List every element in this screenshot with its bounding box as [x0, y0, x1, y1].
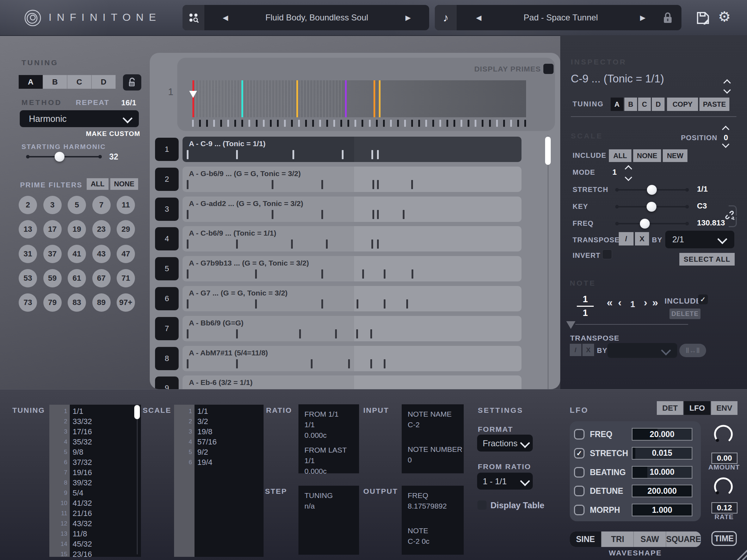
preset-title[interactable]: Fluid Body, Boundless Soul	[228, 13, 405, 23]
lfo-freq-checkbox[interactable]	[574, 429, 585, 440]
note-nav-button[interactable]: ‹	[618, 297, 622, 309]
preset-browse-button[interactable]	[183, 5, 204, 30]
tuning-ratio-list[interactable]: 1234567891011121314151/133/3217/1635/329…	[49, 405, 141, 557]
include-all-button[interactable]: ALL	[609, 149, 631, 162]
tuning-list-scrollbar-track[interactable]	[137, 406, 138, 554]
list-row-value[interactable]: 37/32	[70, 457, 141, 467]
note-transpose-divide-button[interactable]: /	[570, 344, 581, 356]
list-row-value[interactable]: 17/16	[70, 427, 141, 437]
list-row-value[interactable]: 57/16	[195, 437, 264, 447]
mode-value[interactable]: 1	[612, 168, 617, 177]
list-row-value[interactable]: 5/4	[70, 488, 141, 498]
prime-filter-37[interactable]: 37	[43, 245, 62, 263]
instrument-prev-button[interactable]: ◀	[476, 13, 481, 22]
prime-filter-73[interactable]: 73	[19, 293, 37, 312]
inspector-tuning-tab-b[interactable]: B	[624, 98, 637, 111]
waveshape-sine[interactable]: SINE	[570, 531, 601, 547]
tuning-lock-button[interactable]	[123, 74, 141, 91]
repeat-value[interactable]: 16/1	[121, 98, 136, 107]
preset-prev-button[interactable]: ◀	[223, 13, 228, 22]
prime-filter-5[interactable]: 5	[68, 196, 86, 214]
tuning-tab-d[interactable]: D	[92, 75, 116, 89]
instrument-next-button[interactable]: ▶	[640, 13, 646, 22]
list-row-value[interactable]: 35/32	[70, 437, 141, 447]
scale-row[interactable]: A - G7 ... (G = G, Tonic = 3/2)	[183, 286, 521, 311]
scale-list-scrollbar-track[interactable]	[548, 136, 549, 389]
lfo-detune-field[interactable]: 200.000	[632, 485, 692, 497]
lfo-freq-field[interactable]: 20.000	[632, 428, 692, 441]
prime-filter-53[interactable]: 53	[19, 269, 37, 287]
waveshape-square[interactable]: SQUARE	[666, 531, 701, 547]
display-primes-checkbox[interactable]	[543, 64, 554, 74]
prime-filter-47[interactable]: 47	[117, 245, 135, 263]
tuning-tab-b[interactable]: B	[43, 75, 67, 89]
list-row-value[interactable]: 19/16	[70, 467, 141, 478]
waveshape-saw[interactable]: SAW	[634, 531, 665, 547]
scale-list-scrollbar-thumb[interactable]	[545, 137, 551, 165]
copy-button[interactable]: COPY	[667, 98, 698, 111]
lfo-morph-field[interactable]: 1.000	[632, 504, 692, 516]
prime-filter-61[interactable]: 61	[68, 269, 86, 287]
time-button[interactable]: TIME	[711, 531, 737, 546]
tuning-list-scrollbar-thumb[interactable]	[134, 405, 140, 419]
list-row-value[interactable]: 43/32	[70, 518, 141, 529]
note-include-checkbox[interactable]: ✓	[698, 294, 708, 304]
prime-filter-59[interactable]: 59	[43, 269, 62, 287]
note-delete-button[interactable]: DELETE	[669, 309, 700, 319]
prime-filters-none-button[interactable]: NONE	[110, 178, 138, 190]
list-row-value[interactable]: 3/2	[195, 416, 264, 427]
inspector-tuning-tab-c[interactable]: C	[638, 98, 651, 111]
prime-filter-79[interactable]: 79	[43, 293, 62, 312]
scale-row[interactable]: A - Eb-6 (3/2 = 1/1)	[183, 375, 521, 389]
paste-button[interactable]: PASTE	[699, 98, 729, 111]
include-none-button[interactable]: NONE	[633, 149, 661, 162]
prime-filter-29[interactable]: 29	[117, 220, 135, 238]
note-transpose-multiply-button[interactable]: X	[582, 344, 594, 356]
instrument-title[interactable]: Pad - Space Tunnel	[481, 13, 640, 23]
lfo-tab-lfo[interactable]: LFO	[684, 401, 710, 415]
pitch-strip[interactable]	[192, 80, 526, 117]
prime-filter-23[interactable]: 23	[92, 220, 111, 238]
scale-row[interactable]: A - G-add2 ... (G = G, Tonic = 3/2)	[183, 197, 521, 222]
lfo-detune-checkbox[interactable]	[574, 486, 585, 496]
scale-row[interactable]: A - C-b6/9 ... (Tonic = 1/1)	[183, 226, 521, 251]
list-row-value[interactable]: 9/8	[70, 447, 141, 457]
list-row-value[interactable]: 39/32	[70, 478, 141, 488]
freq-slider-knob[interactable]	[640, 219, 650, 229]
list-row-value[interactable]: 45/32	[70, 539, 141, 549]
list-row-value[interactable]: 1/1	[70, 406, 141, 416]
transpose-divide-button[interactable]: /	[619, 232, 634, 245]
starting-harmonic-slider-knob[interactable]	[55, 152, 64, 162]
inspector-tuning-tab-d[interactable]: D	[652, 98, 665, 111]
preset-next-button[interactable]: ▶	[406, 13, 411, 22]
waveshape-tri[interactable]: TRI	[602, 531, 633, 547]
display-table-checkbox[interactable]	[477, 500, 487, 510]
method-dropdown[interactable]: Harmonic	[20, 110, 139, 127]
prime-filter-11[interactable]: 11	[117, 196, 135, 214]
note-nav-button[interactable]: ›	[644, 297, 647, 309]
save-icon[interactable]	[695, 10, 711, 26]
note-by-dropdown[interactable]	[607, 343, 677, 358]
transpose-by-dropdown[interactable]: 2/1	[665, 231, 734, 248]
note-range-button[interactable]: ‖↔‖	[679, 344, 706, 357]
invert-checkbox[interactable]	[602, 249, 612, 259]
lfo-tab-env[interactable]: ENV	[711, 401, 737, 415]
list-row-value[interactable]: 1/1	[195, 406, 264, 416]
tuning-tab-c[interactable]: C	[67, 75, 91, 89]
rate-value[interactable]: 0.12	[711, 502, 737, 514]
prime-filter-2[interactable]: 2	[19, 196, 37, 214]
prime-filter-83[interactable]: 83	[68, 293, 86, 312]
prime-filter-43[interactable]: 43	[92, 245, 111, 263]
repeat-toggle[interactable]: REPEAT	[76, 98, 110, 107]
prime-filter-19[interactable]: 19	[68, 220, 86, 238]
note-nav-button[interactable]: «	[607, 297, 613, 309]
list-row-value[interactable]: 33/32	[70, 416, 141, 427]
prime-filter-89[interactable]: 89	[92, 293, 111, 312]
tuning-tab-a[interactable]: A	[19, 75, 43, 89]
amount-value[interactable]: 0.00	[711, 453, 737, 464]
list-row-value[interactable]: 11/8	[70, 529, 141, 539]
select-all-button[interactable]: SELECT ALL	[679, 253, 735, 266]
unlink-icon[interactable]	[724, 210, 736, 222]
settings-gear-icon[interactable]: ⚙	[718, 8, 731, 25]
include-new-button[interactable]: NEW	[663, 149, 687, 162]
